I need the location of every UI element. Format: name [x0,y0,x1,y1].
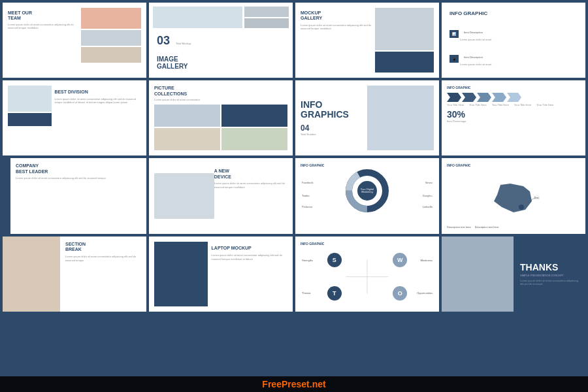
slide6-photo4 [221,128,287,150]
slide1-text: Lorem ipsum dolor sit amet consectetur a… [8,23,78,30]
slide6-photo2 [221,105,287,127]
slide-meet-team: MEET OURTEAM Lorem ipsum dolor sit amet … [3,3,146,78]
slide4-icon1: 📊 [449,30,459,38]
slide6-photo3 [154,128,220,150]
slide12-labels: Description text here Description text h… [447,225,580,229]
slide11-label-facebook: Facebook [302,181,314,184]
slide3-device [375,52,434,73]
slide5-title: BEST DIVISION [54,90,141,95]
slide13-title: SECTIONBREAK [65,242,141,253]
slide8-arrow-label5: Your Title Here [536,103,553,106]
slide8-arrow2 [462,93,476,102]
svg-marker-0 [447,93,461,102]
svg-marker-2 [477,93,491,102]
slide4-row2: 📱 Item Description Lorem ipsum dolor sit… [446,48,581,71]
slide6-title: PICTURECOLLECTIONS [154,86,287,97]
slide10-text: Lorem ipsum dolor sit amet consectetur a… [214,182,287,189]
slide7-title: INFOGRAPHICS [301,100,367,120]
slide7-number-label: Total Number [301,133,367,137]
slide10-text-area: A NEWDEVICE Lorem ipsum dolor sit amet c… [214,163,287,228]
slide5-right: BEST DIVISION Lorem ipsum dolor sit amet… [54,86,141,150]
slide2-photo3 [244,18,289,29]
slide15-swot-container: S T W O Strengths Threats Weakness Oppor… [301,247,434,306]
slide-section-break: SECTIONBREAK Lorem ipsum dolor sit amet … [3,237,146,312]
slide9-accent [3,158,10,233]
slide15-title: INFO GRAPHIC [301,242,434,246]
slide8-arrow-label1: Your Title Here [447,103,464,106]
slide8-arrow-label2: Your Title Here [469,103,486,106]
slide11-label-vimeo: Vimeo [425,181,433,184]
slide11-circle-area: Your DigitalMarketing Facebook Twitter P… [301,171,434,210]
slide5-text: Lorem ipsum dolor sit amet consectetur a… [54,97,141,105]
slide5-photo1 [8,86,52,112]
slide15-weakness-label: Weakness [420,259,433,262]
slide8-arrow1 [447,93,461,102]
svg-marker-1 [462,93,476,102]
slide11-center-label: Your DigitalMarketing [361,188,374,195]
slide12-title: INFO GRAPHIC [447,163,580,167]
slide12-label1: Description text here [447,225,471,229]
slide16-text-area: THANKS SIMPLE PRESENTATION CONCEPT Lorem… [514,237,585,312]
slide9-title: COMPANYBEST LEADER [16,163,106,174]
slide2-number-label: Total Mockup [176,42,191,46]
slide-mockup-gallery: MOCKUPGALLERY Lorem ipsum dolor sit amet… [295,3,439,78]
slide-info-graphic-arrows: INFO GRAPHIC Your Title Here Your Title … [442,80,585,155]
slide8-arrow3 [477,93,491,102]
slide1-photo3 [81,47,141,63]
slide5-photo2 [8,113,52,126]
svg-text:Desc: Desc [534,197,539,199]
slide4-icon2: 📱 [449,55,459,63]
slide-new-device: A NEWDEVICE Lorem ipsum dolor sit amet c… [149,158,293,233]
slide10-watch-photo [154,173,214,219]
slide10-title: A NEWDEVICE [214,169,287,180]
slide2-main-photo [153,7,242,28]
slide8-title: INFO GRAPHIC [447,86,580,90]
slide4-title: INFO GRAPHIC [446,7,581,20]
slide1-photo1 [81,8,141,29]
slide8-arrow-label3: Your Title Here [492,103,509,106]
slide13-text-area: SECTIONBREAK Lorem ipsum dolor sit amet … [60,237,146,312]
watermark-bar: FreePreset.net [0,376,588,392]
slide16-people-photo [442,237,514,312]
slide16-title: THANKS [520,262,579,272]
slide8-percentage: 30% [447,109,580,120]
slide2-title: IMAGEGALLERY [153,52,289,74]
slide-thanks: THANKS SIMPLE PRESENTATION CONCEPT Lorem… [442,237,585,312]
slide7-laptop-photo [367,86,434,150]
slide-image-gallery: 03 Total Mockup IMAGEGALLERY [149,3,293,78]
slide12-label2: Description text here [475,225,499,229]
slide15-opps-label: Opportunities [417,291,433,295]
slide-laptop-mockup: LAPTOP MOCKUP Lorem ipsum dolor sit amet… [149,237,293,312]
slide13-person-photo [3,237,60,312]
slide3-text: Lorem ipsum dolor sit amet consectetur a… [301,24,372,31]
slide-picture-collections: PICTURECOLLECTIONS Lorem ipsum dolor sit… [149,80,293,155]
svg-point-8 [519,204,524,210]
slide15-o-circle: O [393,286,407,301]
slide6-photo1 [154,105,220,127]
slide14-title: LAPTOP MOCKUP [212,246,284,251]
slide13-text: Lorem ipsum dolor sit amet consectetur a… [65,255,141,262]
slide10-image [154,163,214,228]
slide4-label1: Item Description [460,27,578,38]
slide6-text: Lorem ipsum dolor sit amet consectetur [154,98,287,102]
slide4-label3: Item Description [460,76,578,78]
slide11-label-linkedin: LinkedIn [423,205,433,208]
slide16-subtitle: SIMPLE PRESENTATION CONCEPT [520,274,579,277]
svg-marker-3 [492,93,506,102]
slide14-text-area: LAPTOP MOCKUP Lorem ipsum dolor sit amet… [208,242,287,306]
slide4-desc1: Lorem ipsum dolor sit amet [460,38,578,42]
slide7-image [367,86,434,150]
slide6-grid [154,105,287,150]
slide12-map-svg: Desc [487,178,540,214]
slide13-image [3,237,60,312]
slide14-text: Lorem ipsum dolor sit amet consectetur a… [212,253,284,261]
slide4-row3: 💻 Item Description Lorem ipsum dolor sit… [446,72,581,78]
slide3-images [375,8,434,73]
slide15-threats-label: Threats [302,291,311,295]
slide8-arrow5 [507,93,521,102]
slide14-image [154,242,208,306]
slide3-phone [375,8,434,50]
slide2-number: 03 [153,30,174,52]
slide8-arrow4 [492,93,506,102]
svg-marker-4 [507,93,521,102]
